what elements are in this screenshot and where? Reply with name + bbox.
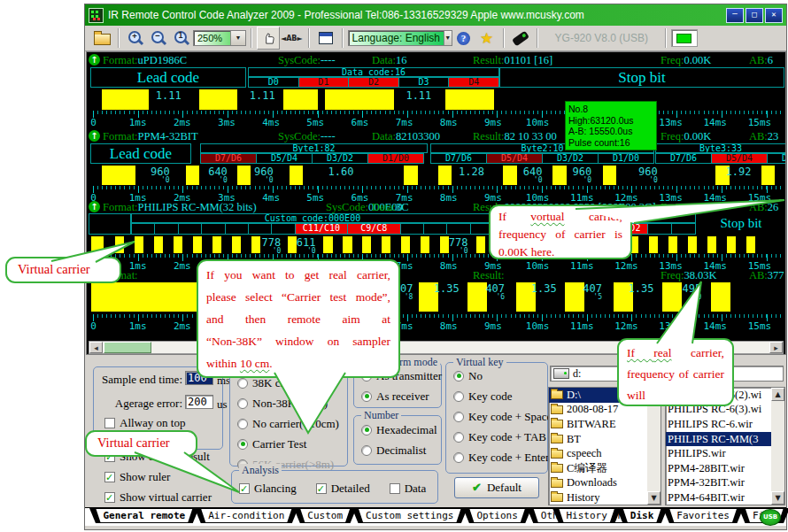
zoom-level-combo[interactable]: 250% ▼ — [193, 30, 246, 46]
ruler-tick-label: 1ms — [129, 320, 147, 332]
radio-icon[interactable] — [453, 391, 464, 402]
data-value: 82103300 — [396, 130, 440, 143]
minimize-button[interactable]: ─ — [726, 8, 744, 23]
tab-history[interactable]: History — [552, 508, 621, 523]
ruler-tick-label: 8ms — [440, 320, 458, 332]
scroll-right-icon[interactable]: ▸ — [769, 342, 783, 353]
radio-icon[interactable] — [237, 398, 248, 409]
list-item[interactable]: BT — [549, 432, 661, 447]
tab-custom-settings[interactable]: Custom settings — [352, 508, 467, 523]
tab-custom[interactable]: Custom — [294, 508, 357, 523]
list-item[interactable]: PPM4-28BIT.wir — [666, 461, 784, 476]
checkbox-option[interactable]: Detailed — [309, 478, 370, 498]
up-arrow-icon[interactable]: ↑ — [89, 201, 100, 212]
up-arrow-icon[interactable]: ↑ — [89, 130, 100, 142]
syscode-label: SysCode: — [278, 54, 321, 66]
scroll-down-icon[interactable]: ▼ — [771, 491, 784, 505]
wave-pulse — [445, 89, 495, 110]
scroll-left-icon[interactable]: ◂ — [89, 342, 103, 353]
tab-favorites[interactable]: Favorites — [663, 508, 744, 523]
scroll-up-icon[interactable]: ▲ — [771, 388, 784, 401]
list-item[interactable]: PHILIPS RC-MM(3 — [666, 432, 784, 447]
radio-icon[interactable] — [361, 445, 372, 456]
tab-disk[interactable]: Disk — [616, 508, 668, 523]
bit-cell: C9/C8 — [347, 223, 400, 235]
checkbox-icon[interactable] — [104, 418, 115, 428]
checkbox-option[interactable]: Data — [382, 478, 427, 498]
title-bar[interactable]: IR Remote Control Code Analyzer 2009 - P… — [85, 4, 786, 26]
pan-tool-button[interactable] — [257, 27, 280, 50]
balloon-tail — [531, 190, 788, 235]
language-combo[interactable]: Language: English ▼ — [348, 30, 452, 46]
radio-icon[interactable] — [237, 419, 248, 429]
spacer-cell — [89, 213, 131, 235]
status-led — [671, 29, 698, 47]
tooltip-line: High:63120.0us — [568, 115, 653, 127]
checkbox-icon[interactable] — [104, 472, 115, 482]
scroll-down-icon[interactable]: ▼ — [647, 491, 661, 505]
chevron-down-icon[interactable]: ▼ — [230, 31, 245, 45]
radio-icon[interactable] — [453, 371, 464, 382]
checkbox-icon[interactable] — [390, 483, 400, 494]
radio-option[interactable]: Key code — [446, 386, 547, 406]
list-item[interactable]: PPM4-64BIT.wir — [666, 490, 784, 505]
wave-pulse — [251, 236, 260, 253]
checkbox-icon[interactable] — [316, 483, 327, 494]
balloon-line: 0.00K here. — [491, 243, 630, 259]
list-item[interactable]: cspeech — [549, 446, 661, 461]
help-icon: ? — [457, 32, 470, 45]
tab-general-remote[interactable]: General remote — [89, 508, 199, 523]
ruler-tick-label: 2ms — [174, 320, 191, 332]
ab-label: AB: — [749, 130, 768, 143]
data-label: Data: — [372, 201, 396, 213]
bit-cells: D7/D6D5/D4D3/D2D1/D0 — [430, 153, 654, 164]
favorites-button[interactable]: ★ — [475, 27, 498, 50]
radio-option[interactable]: As receiver — [354, 386, 441, 406]
balloon-tail — [646, 274, 717, 350]
radio-icon[interactable] — [237, 378, 248, 389]
radio-option[interactable]: Key code + TAB — [446, 427, 547, 447]
radio-icon[interactable] — [453, 432, 464, 443]
list-item[interactable]: C编译器 — [549, 461, 661, 476]
list-item[interactable]: Downloads — [549, 476, 661, 491]
list-item[interactable]: PHILIPS.wir — [666, 446, 784, 461]
ruler-tick-label: 2ms — [174, 117, 191, 128]
checkbox-icon[interactable] — [104, 492, 115, 503]
open-file-button[interactable] — [90, 27, 113, 50]
waveform-lane[interactable]: 778'0611'0778'0778'0 — [89, 235, 784, 254]
list-item[interactable]: PHILIPS RC-6.wir — [666, 417, 784, 432]
radio-option[interactable]: Decimalist — [354, 440, 441, 460]
list-item[interactable]: History — [549, 490, 661, 505]
result-label: Result: — [473, 130, 504, 143]
remote-icon — [512, 30, 529, 46]
bit-cell — [248, 223, 272, 235]
close-button[interactable]: ✕ — [765, 8, 783, 23]
help-button[interactable]: ? — [452, 27, 475, 50]
maximize-button[interactable]: □ — [746, 8, 763, 23]
list-item[interactable]: PPM4-32BIT.wir — [666, 476, 784, 491]
ab-value: 6 — [768, 54, 773, 66]
scrollbar-thumb[interactable] — [104, 342, 151, 353]
tab-air-condition[interactable]: Air-condition — [195, 508, 298, 523]
zoom-in-button[interactable]: + — [124, 27, 147, 50]
wave-pulse — [503, 166, 517, 185]
radio-icon[interactable] — [453, 452, 464, 463]
chevron-down-icon[interactable]: ▼ — [444, 31, 452, 45]
file-scrollbar[interactable]: ▲ ▼ — [771, 388, 784, 505]
waveform-lane[interactable]: 960'0640'0960'01.601.28640'0960'0960'01.… — [89, 165, 784, 186]
window-tool-button[interactable] — [314, 27, 337, 50]
radio-option[interactable]: Hexadecimal — [354, 420, 441, 440]
ab-measure-button[interactable]: ◄AB► — [280, 27, 304, 50]
up-arrow-icon[interactable]: ↑ — [89, 54, 100, 66]
remote-button[interactable] — [509, 27, 532, 50]
radio-icon[interactable] — [453, 412, 464, 422]
default-button[interactable]: ✔ Default — [454, 477, 539, 498]
list-item[interactable]: BITWARE — [549, 417, 661, 432]
waveform-lane[interactable]: 1.111.111.11 — [89, 89, 784, 111]
radio-option[interactable]: Key code + Enter — [446, 447, 547, 467]
radio-option[interactable]: Key code + Space — [446, 406, 547, 427]
zoom-out-button[interactable]: − — [147, 27, 170, 50]
zoom-one-button[interactable]: 1 — [170, 27, 193, 50]
tab-options[interactable]: Options — [463, 508, 531, 523]
average-error-input[interactable] — [185, 395, 213, 409]
